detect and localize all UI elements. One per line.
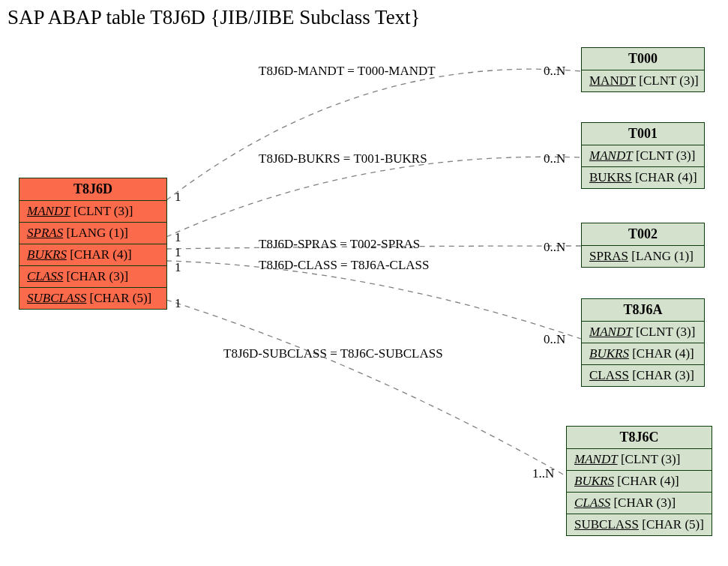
field-row: BUKRS [CHAR (4)] [567,470,712,492]
field-name: BUKRS [589,346,629,361]
entity-ref-4-rows: MANDT [CLNT (3)]BUKRS [CHAR (4)]CLASS [C… [567,449,712,535]
field-row: CLASS [CHAR (3)] [19,265,166,287]
field-type: [LANG (1)] [63,226,128,240]
entity-main: T8J6D MANDT [CLNT (3)]SPRAS [LANG (1)]BU… [19,178,167,310]
card-left-0: 1 [175,190,181,205]
field-row: MANDT [CLNT (3)] [582,70,704,91]
field-row: BUKRS [CHAR (4)] [582,166,704,188]
field-name: CLASS [574,496,610,510]
card-left-3: 1 [175,260,181,275]
entity-ref-0-rows: MANDT [CLNT (3)] [582,70,704,91]
field-row: MANDT [CLNT (3)] [582,322,704,343]
field-name: BUKRS [589,170,632,184]
field-row: CLASS [CHAR (3)] [567,492,712,514]
field-type: [CHAR (3)] [629,368,694,382]
entity-ref-2: T002 SPRAS [LANG (1)] [581,223,705,268]
diagram-canvas: { "title": "SAP ABAP table T8J6D {JIB/JI… [0,0,728,566]
link-line-1 [166,157,581,237]
card-right-0: 0..N [544,64,565,79]
link-label-1: T8J6D-BUKRS = T001-BUKRS [259,151,427,166]
entity-ref-4: T8J6C MANDT [CLNT (3)]BUKRS [CHAR (4)]CL… [566,426,712,536]
field-type: [CHAR (4)] [629,346,694,361]
entity-ref-2-header: T002 [582,223,704,246]
field-row: MANDT [CLNT (3)] [567,449,712,470]
link-line-4 [166,300,566,476]
card-right-3: 0..N [544,332,565,347]
field-name: SUBCLASS [27,291,86,305]
entity-ref-0: T000 MANDT [CLNT (3)] [581,47,705,92]
entity-ref-0-header: T000 [582,48,704,70]
field-type: [CHAR (5)] [639,517,704,532]
page-title: SAP ABAP table T8J6D {JIB/JIBE Subclass … [7,6,421,29]
entity-ref-3-rows: MANDT [CLNT (3)]BUKRS [CHAR (4)]CLASS [C… [582,322,704,386]
field-row: SPRAS [LANG (1)] [19,222,166,244]
card-left-1: 1 [175,230,181,245]
entity-ref-1-header: T001 [582,123,704,145]
field-row: SUBCLASS [CHAR (5)] [567,514,712,535]
entity-ref-1: T001 MANDT [CLNT (3)]BUKRS [CHAR (4)] [581,122,705,189]
field-type: [CLNT (3)] [633,325,696,339]
field-type: [CHAR (4)] [632,170,697,184]
entity-ref-2-rows: SPRAS [LANG (1)] [582,246,704,267]
field-row: SPRAS [LANG (1)] [582,246,704,267]
card-left-4: 1 [175,296,181,311]
field-name: SPRAS [589,249,628,263]
field-row: MANDT [CLNT (3)] [19,201,166,222]
field-name: SUBCLASS [574,517,639,532]
entity-ref-4-header: T8J6C [567,427,712,449]
field-name: MANDT [589,148,633,163]
field-name: BUKRS [574,474,614,488]
field-name: MANDT [589,73,636,88]
entity-main-header: T8J6D [19,178,166,201]
field-type: [CLNT (3)] [70,204,133,218]
card-right-1: 0..N [544,151,565,166]
field-row: CLASS [CHAR (3)] [582,364,704,386]
field-name: SPRAS [27,226,63,240]
field-name: BUKRS [27,247,67,262]
field-type: [LANG (1)] [628,249,694,263]
field-name: MANDT [589,325,633,339]
link-label-4: T8J6D-SUBCLASS = T8J6C-SUBCLASS [223,346,443,361]
field-name: MANDT [574,452,618,466]
field-row: BUKRS [CHAR (4)] [19,244,166,265]
field-type: [CHAR (5)] [86,291,151,305]
field-type: [CLNT (3)] [633,148,696,163]
field-type: [CHAR (4)] [67,247,132,262]
entity-ref-1-rows: MANDT [CLNT (3)]BUKRS [CHAR (4)] [582,145,704,188]
field-name: CLASS [27,269,63,283]
field-type: [CLNT (3)] [618,452,681,466]
entity-main-rows: MANDT [CLNT (3)]SPRAS [LANG (1)]BUKRS [C… [19,201,166,309]
field-row: SUBCLASS [CHAR (5)] [19,287,166,309]
card-right-4: 1..N [532,466,554,481]
card-right-2: 0..N [544,240,565,255]
entity-ref-3-header: T8J6A [582,299,704,322]
field-type: [CHAR (4)] [614,474,679,488]
field-name: CLASS [589,368,629,382]
field-row: BUKRS [CHAR (4)] [582,343,704,364]
link-label-2: T8J6D-SPRAS = T002-SPRAS [259,237,420,252]
entity-ref-3: T8J6A MANDT [CLNT (3)]BUKRS [CHAR (4)]CL… [581,298,705,387]
card-left-2: 1 [175,245,181,260]
field-row: MANDT [CLNT (3)] [582,145,704,166]
field-name: MANDT [27,204,70,218]
link-label-0: T8J6D-MANDT = T000-MANDT [259,64,436,79]
link-line-0 [166,69,581,200]
field-type: [CHAR (3)] [63,269,128,283]
link-label-3: T8J6D-CLASS = T8J6A-CLASS [259,258,429,273]
field-type: [CHAR (3)] [610,496,676,510]
field-type: [CLNT (3)] [636,73,699,88]
